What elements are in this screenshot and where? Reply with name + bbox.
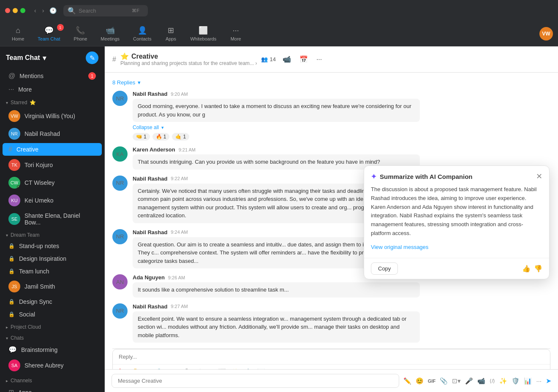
traffic-light-red[interactable] <box>5 8 10 13</box>
search-icon: 🔍 <box>68 7 76 15</box>
sidebar-item-team-lunch[interactable]: 🔒 Team lunch <box>3 265 102 277</box>
view-original-link[interactable]: View original messages <box>371 243 542 252</box>
topnav-item-phone[interactable]: 📞 Phone <box>67 23 94 44</box>
search-input[interactable] <box>79 8 129 14</box>
sidebar-item-social[interactable]: 🔒 Social <box>3 308 102 320</box>
reply-ai-btn[interactable]: ✨ <box>230 367 240 369</box>
compose-button[interactable]: ✎ <box>86 51 98 64</box>
sidebar-item-mentions[interactable]: @ Mentions 1 <box>3 70 102 82</box>
dream-team-label: Dream Team <box>11 232 39 238</box>
members-count[interactable]: 👥 14 <box>261 56 275 62</box>
search-bar[interactable]: 🔍 ⌘F <box>63 5 148 16</box>
sidebar-item-design-sync[interactable]: 🔒 Design Sync <box>3 296 102 308</box>
reply-toolbar: ✏️ 😊 GIF 📎 ⊡ 🎤 📹 ⟨/⟩ ⬜ ✨ 🛡️ 📊 ··· <box>113 364 550 369</box>
shield-tool-btn[interactable]: 🛡️ <box>512 377 520 385</box>
topnav-item-home[interactable]: ⌂ Home <box>5 24 31 44</box>
msg-author-3: Nabil Rashad <box>133 229 167 235</box>
history-button[interactable]: 🕐 <box>49 7 57 14</box>
dream-team-section-header[interactable]: ▾ Dream Team <box>0 229 104 240</box>
traffic-light-yellow[interactable] <box>13 8 18 13</box>
user-avatar-topnav[interactable]: VW <box>539 27 553 41</box>
topnav-item-meetings[interactable]: 📹 Meetings <box>94 23 126 44</box>
sidebar-item-sheree[interactable]: SA Sheree Aubrey <box>3 357 102 374</box>
drive-tool-btn[interactable]: 📊 <box>524 377 532 385</box>
sidebar-item-kei[interactable]: KU Kei Umeko <box>3 192 102 209</box>
project-cloud-section-header[interactable]: ▸ Project Cloud <box>0 321 104 332</box>
back-button[interactable]: ‹ <box>32 6 38 15</box>
topnav-item-teamchat[interactable]: 💬 1 Team Chat <box>31 23 67 44</box>
replies-bar[interactable]: 8 Replies ▾ <box>112 79 550 86</box>
reply-shield-btn[interactable]: 🛡️ <box>243 367 253 369</box>
avatar-msg-nabil-2: NR <box>112 176 128 191</box>
reply-audio-btn[interactable]: 🎤 <box>180 367 190 369</box>
sidebar-item-standup[interactable]: 🔒 Stand-up notes <box>3 240 102 252</box>
starred-label: Starred <box>11 100 27 105</box>
sidebar-item-design-insp[interactable]: 🔒 Design Inspiration <box>3 253 102 265</box>
ai-companion-popup: ✦ Summarize with AI Companion ✕ The disc… <box>364 165 550 279</box>
topnav-item-whiteboards[interactable]: ⬜ Whiteboards <box>183 23 223 44</box>
reply-gif-btn[interactable]: GIF <box>143 368 153 369</box>
avatar-sheree: SA <box>8 360 20 371</box>
reaction-fire[interactable]: 🔥1 <box>152 133 170 141</box>
sidebar-title[interactable]: Team Chat ▾ <box>6 54 46 62</box>
sidebar-item-jamil[interactable]: JS Jamil Smith <box>3 278 102 295</box>
video-tool-btn[interactable]: 📹 <box>477 377 485 385</box>
snippet-dropdown-btn[interactable]: ⊡▾ <box>452 377 461 385</box>
message-input[interactable] <box>112 374 399 388</box>
sidebar-item-nabil[interactable]: NR Nabil Rashad <box>3 125 102 142</box>
sidebar-item-apps[interactable]: ⊞ Apps <box>3 386 102 392</box>
ai-close-button[interactable]: ✕ <box>536 172 542 181</box>
sidebar-item-creative[interactable]: # Creative <box>3 143 102 156</box>
more-options-button[interactable]: ··· <box>315 54 324 65</box>
jamil-label: Jamil Smith <box>24 283 96 290</box>
copy-button[interactable]: Copy <box>371 262 398 275</box>
topnav-item-more[interactable]: ··· More <box>223 24 248 44</box>
sidebar-item-shante[interactable]: SE Shante Elena, Daniel Bow... <box>3 210 102 228</box>
reply-emoji-btn[interactable]: 😊 <box>130 367 141 369</box>
reaction-fist[interactable]: 🤜1 <box>133 133 150 141</box>
reply-input[interactable] <box>113 349 550 364</box>
topnav-item-contacts[interactable]: 👤 Contacts <box>126 23 158 44</box>
send-button[interactable]: ➤ <box>546 377 551 385</box>
starred-section-header[interactable]: ▾ Starred ⭐ <box>0 96 104 107</box>
thumbs-down-button[interactable]: 👎 <box>534 265 542 273</box>
sidebar-item-virginia[interactable]: VW Virginia Willis (You) <box>3 108 102 124</box>
chevron-desc-icon: › <box>255 60 257 66</box>
reply-format-btn[interactable]: ✏️ <box>117 367 128 369</box>
lock-standup-icon: 🔒 <box>8 243 15 249</box>
titlebar: ‹ › 🕐 🔍 ⌘F <box>0 0 558 21</box>
ai-tool-btn[interactable]: ✨ <box>499 377 507 385</box>
gif-btn[interactable]: GIF <box>428 378 436 384</box>
reply-snippet-btn[interactable]: ⊡ <box>169 367 177 369</box>
sidebar-item-tori[interactable]: TK Tori Kojuro <box>3 157 102 173</box>
meetings-icon: 📹 <box>106 26 115 35</box>
chats-section-header[interactable]: ▾ Chats <box>0 332 104 343</box>
topnav-item-apps[interactable]: ⊞ Apps <box>158 23 183 44</box>
sidebar-item-ct[interactable]: CW CT Wiseley <box>3 174 102 191</box>
traffic-light-green[interactable] <box>20 8 25 13</box>
sidebar-item-more[interactable]: ··· More <box>3 83 102 96</box>
reaction-hang[interactable]: 🤙1 <box>172 133 189 141</box>
more-tools-btn[interactable]: ··· <box>536 377 542 384</box>
reply-code-btn[interactable]: ⟨/⟩ <box>206 368 214 369</box>
reply-attach-btn[interactable]: 📎 <box>156 367 166 369</box>
sidebar: Team Chat ▾ ✎ @ Mentions 1 ··· More ▾ St… <box>0 46 105 392</box>
thumbs-up-button[interactable]: 👍 <box>522 265 531 273</box>
channels-section-header[interactable]: ▸ Channels <box>0 374 104 385</box>
attach-btn[interactable]: 📎 <box>440 377 448 385</box>
emoji-btn[interactable]: 😊 <box>416 377 424 385</box>
video-button[interactable]: 📹 <box>281 54 293 65</box>
audio-btn[interactable]: 🎤 <box>465 377 473 385</box>
code-btn[interactable]: ⟨/⟩ <box>490 378 495 384</box>
collapse-bar[interactable]: Collapse all ▾ <box>133 124 550 130</box>
reply-more-btn[interactable]: ··· <box>269 368 277 370</box>
format-btn[interactable]: ✏️ <box>403 377 411 385</box>
avatar-jamil: JS <box>8 281 20 292</box>
reply-screen-btn[interactable]: ⬜ <box>217 367 227 369</box>
forward-button[interactable]: › <box>40 6 46 15</box>
traffic-lights <box>5 8 25 13</box>
sidebar-item-brainstorming[interactable]: 💬 Brainstorming <box>3 343 102 356</box>
reply-drive-btn[interactable]: 📊 <box>256 367 267 369</box>
calendar-button[interactable]: 📅 <box>298 54 310 65</box>
reply-video-btn[interactable]: 📹 <box>193 367 203 369</box>
